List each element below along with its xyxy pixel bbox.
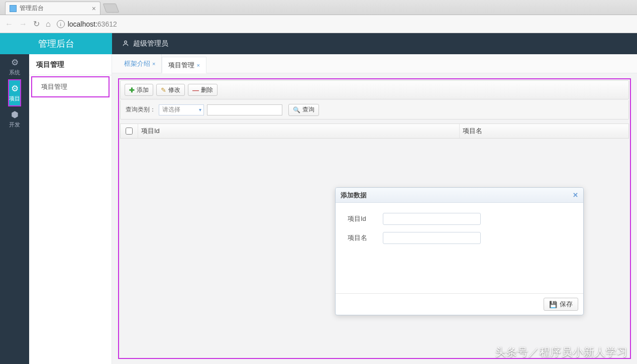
filter-label: 查询类别： [126, 105, 156, 114]
forward-icon[interactable]: → [19, 20, 27, 29]
edit-button[interactable]: ✎ 修改 [156, 84, 185, 96]
filter-category-select[interactable]: 请选择 ▾ [159, 104, 204, 115]
dialog-title: 添加数据 [341, 191, 367, 200]
col-project-id[interactable]: 项目Id [138, 124, 459, 138]
cube-icon: ⬢ [11, 109, 19, 120]
dialog-header[interactable]: 添加数据 ✕ [336, 188, 583, 203]
close-icon[interactable]: × [92, 5, 96, 13]
home-icon[interactable]: ⌂ [46, 20, 51, 29]
plus-icon: ✚ [129, 86, 135, 94]
icon-rail: ☷ ⚙ 系统 ⚙ 项目 ⬢ 开发 [0, 33, 29, 364]
pencil-icon: ✎ [161, 86, 166, 94]
main-area: 超级管理员 框架介绍× 项目管理× ✚ 添加 ✎ 修改 [112, 33, 637, 364]
close-icon[interactable]: × [196, 62, 199, 68]
rail-label: 项目 [9, 95, 20, 102]
browser-tab-strip: 管理后台 × [0, 0, 637, 15]
favicon-icon [10, 5, 17, 12]
project-name-input[interactable] [383, 232, 481, 244]
browser-tab[interactable]: 管理后台 × [5, 2, 100, 15]
rail-project[interactable]: ⚙ 项目 [9, 80, 20, 105]
svg-point-0 [125, 41, 127, 43]
user-icon [122, 40, 129, 48]
rail-label: 开发 [9, 121, 20, 129]
user-role: 超级管理员 [133, 39, 168, 48]
gear-icon: ⚙ [11, 57, 19, 68]
new-tab-button[interactable] [103, 4, 120, 13]
chevron-down-icon: ▾ [199, 107, 201, 112]
address-bar[interactable]: i localhost:63612 [57, 20, 632, 28]
select-all-checkbox[interactable] [126, 128, 133, 135]
select-all-cell [121, 128, 138, 135]
browser-tab-title: 管理后台 [20, 4, 44, 13]
minus-icon: — [192, 86, 199, 94]
brand-title: 管理后台 [0, 33, 112, 54]
save-icon: 💾 [549, 301, 557, 308]
content-tabs: 框架介绍× 项目管理× [112, 54, 637, 73]
sidebar-item-project[interactable]: 项目管理 [32, 77, 109, 96]
work-panel: ✚ 添加 ✎ 修改 — 删除 查询类别： 请选择 [118, 78, 631, 359]
col-project-name[interactable]: 项目名 [459, 124, 628, 138]
project-id-input[interactable] [383, 213, 481, 225]
field-id-label: 项目Id [348, 214, 383, 223]
filter-bar: 查询类别： 请选择 ▾ 🔍 查询 [120, 100, 629, 119]
reload-icon[interactable]: ↻ [33, 19, 40, 29]
rail-dev[interactable]: ⬢ 开发 [0, 106, 29, 132]
sidebar: 项目管理 项目管理 [29, 33, 112, 364]
filter-text-input[interactable] [207, 104, 282, 115]
topbar: 超级管理员 [112, 33, 637, 54]
field-name-label: 项目名 [348, 233, 383, 242]
delete-button[interactable]: — 删除 [188, 84, 218, 96]
rail-system[interactable]: ⚙ 系统 [0, 54, 29, 79]
close-icon[interactable]: × [152, 61, 155, 67]
tab-intro[interactable]: 框架介绍× [118, 54, 162, 73]
watermark-text: 头条号／程序员小新人学习 [495, 345, 628, 359]
search-icon: 🔍 [293, 106, 300, 113]
add-button[interactable]: ✚ 添加 [125, 84, 153, 96]
url-host: localhost: [68, 20, 97, 28]
save-button[interactable]: 💾 保存 [544, 298, 578, 311]
grid-toolbar: ✚ 添加 ✎ 修改 — 删除 [120, 80, 629, 99]
tab-project[interactable]: 项目管理× [162, 57, 206, 73]
query-button[interactable]: 🔍 查询 [288, 104, 319, 116]
browser-toolbar: ← → ↻ ⌂ i localhost:63612 [0, 15, 637, 33]
url-port: 63612 [97, 20, 117, 28]
info-icon[interactable]: i [57, 20, 65, 28]
rail-label: 系统 [9, 69, 20, 76]
add-dialog: 添加数据 ✕ 项目Id 项目名 [335, 187, 584, 315]
gear-icon: ⚙ [11, 83, 19, 94]
close-icon[interactable]: ✕ [573, 191, 578, 199]
sidebar-header: 项目管理 [29, 54, 112, 75]
back-icon[interactable]: ← [5, 20, 13, 29]
grid-header: 项目Id 项目名 [120, 124, 629, 139]
